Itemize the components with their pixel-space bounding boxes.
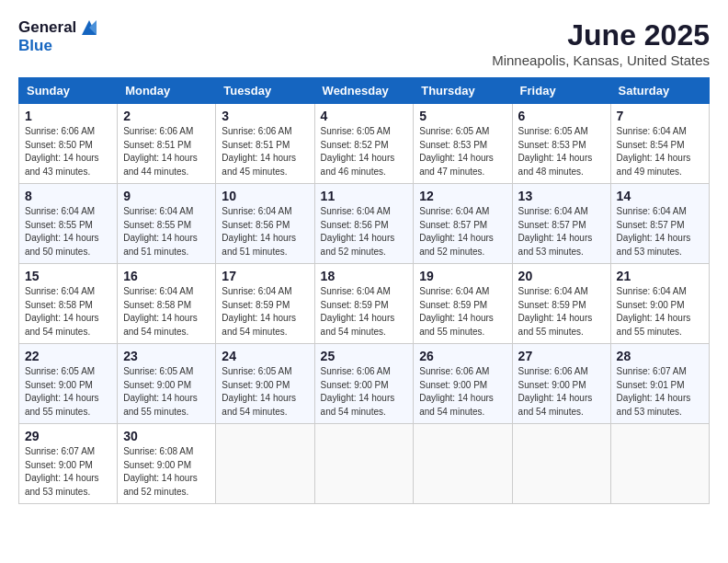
calendar-day-cell: 11 Sunrise: 6:04 AM Sunset: 8:56 PM Dayl… <box>314 184 414 264</box>
day-number: 13 <box>518 189 605 203</box>
day-number: 27 <box>518 349 605 363</box>
day-number: 28 <box>617 349 703 363</box>
day-info: Sunrise: 6:05 AM Sunset: 9:00 PM Dayligh… <box>25 365 111 419</box>
calendar-day-cell: 23 Sunrise: 6:05 AM Sunset: 9:00 PM Dayl… <box>118 344 216 424</box>
calendar-day-cell: 26 Sunrise: 6:06 AM Sunset: 9:00 PM Dayl… <box>414 344 512 424</box>
calendar-week-row: 15 Sunrise: 6:04 AM Sunset: 8:58 PM Dayl… <box>19 264 710 344</box>
calendar-day-cell: 8 Sunrise: 6:04 AM Sunset: 8:55 PM Dayli… <box>19 184 118 264</box>
day-info: Sunrise: 6:04 AM Sunset: 8:58 PM Dayligh… <box>25 285 111 339</box>
calendar-week-row: 8 Sunrise: 6:04 AM Sunset: 8:55 PM Dayli… <box>19 184 710 264</box>
calendar-day-cell: 4 Sunrise: 6:05 AM Sunset: 8:52 PM Dayli… <box>314 104 414 184</box>
calendar-week-row: 22 Sunrise: 6:05 AM Sunset: 9:00 PM Dayl… <box>19 344 710 424</box>
day-info: Sunrise: 6:04 AM Sunset: 8:56 PM Dayligh… <box>222 205 308 259</box>
calendar-day-cell: 28 Sunrise: 6:07 AM Sunset: 9:01 PM Dayl… <box>610 344 709 424</box>
day-number: 14 <box>617 189 703 203</box>
day-number: 18 <box>321 269 408 283</box>
day-info: Sunrise: 6:06 AM Sunset: 9:00 PM Dayligh… <box>321 365 408 419</box>
weekday-header: Thursday <box>414 78 512 104</box>
day-number: 15 <box>25 269 111 283</box>
calendar-day-cell: 5 Sunrise: 6:05 AM Sunset: 8:53 PM Dayli… <box>414 104 512 184</box>
calendar-day-cell: 17 Sunrise: 6:04 AM Sunset: 8:59 PM Dayl… <box>216 264 314 344</box>
day-number: 12 <box>419 189 506 203</box>
calendar-day-cell: 12 Sunrise: 6:04 AM Sunset: 8:57 PM Dayl… <box>414 184 512 264</box>
day-info: Sunrise: 6:04 AM Sunset: 9:00 PM Dayligh… <box>617 285 703 339</box>
day-number: 20 <box>518 269 605 283</box>
day-info: Sunrise: 6:04 AM Sunset: 8:54 PM Dayligh… <box>617 125 703 178</box>
day-info: Sunrise: 6:05 AM Sunset: 8:53 PM Dayligh… <box>518 125 605 178</box>
logo: General Blue <box>18 18 102 55</box>
calendar-day-cell: 24 Sunrise: 6:05 AM Sunset: 9:00 PM Dayl… <box>216 344 314 424</box>
day-number: 25 <box>321 349 408 363</box>
day-number: 24 <box>222 349 308 363</box>
calendar-day-cell: 16 Sunrise: 6:04 AM Sunset: 8:58 PM Dayl… <box>118 264 216 344</box>
weekday-header: Wednesday <box>314 78 414 104</box>
day-info: Sunrise: 6:04 AM Sunset: 8:58 PM Dayligh… <box>123 285 210 339</box>
calendar-day-cell: 19 Sunrise: 6:04 AM Sunset: 8:59 PM Dayl… <box>414 264 512 344</box>
day-number: 2 <box>123 109 210 123</box>
calendar-day-cell: 6 Sunrise: 6:05 AM Sunset: 8:53 PM Dayli… <box>512 104 610 184</box>
day-info: Sunrise: 6:05 AM Sunset: 8:52 PM Dayligh… <box>321 125 408 178</box>
day-number: 5 <box>419 109 506 123</box>
calendar-day-cell <box>610 424 709 504</box>
calendar-day-cell <box>314 424 414 504</box>
calendar-day-cell: 29 Sunrise: 6:07 AM Sunset: 9:00 PM Dayl… <box>19 424 118 504</box>
day-info: Sunrise: 6:04 AM Sunset: 8:57 PM Dayligh… <box>518 205 605 259</box>
day-number: 29 <box>25 429 111 443</box>
day-info: Sunrise: 6:04 AM Sunset: 8:55 PM Dayligh… <box>123 205 210 259</box>
day-number: 8 <box>25 189 111 203</box>
calendar-week-row: 1 Sunrise: 6:06 AM Sunset: 8:50 PM Dayli… <box>19 104 710 184</box>
calendar-day-cell <box>414 424 512 504</box>
day-number: 10 <box>222 189 308 203</box>
calendar-day-cell: 15 Sunrise: 6:04 AM Sunset: 8:58 PM Dayl… <box>19 264 118 344</box>
day-number: 11 <box>321 189 408 203</box>
day-info: Sunrise: 6:06 AM Sunset: 8:51 PM Dayligh… <box>222 125 308 178</box>
location-title: Minneapolis, Kansas, United States <box>492 52 710 68</box>
calendar-day-cell: 27 Sunrise: 6:06 AM Sunset: 9:00 PM Dayl… <box>512 344 610 424</box>
day-info: Sunrise: 6:08 AM Sunset: 9:00 PM Dayligh… <box>123 445 210 499</box>
day-info: Sunrise: 6:04 AM Sunset: 8:59 PM Dayligh… <box>222 285 308 339</box>
day-number: 1 <box>25 109 111 123</box>
day-info: Sunrise: 6:04 AM Sunset: 8:57 PM Dayligh… <box>419 205 506 259</box>
day-info: Sunrise: 6:04 AM Sunset: 8:56 PM Dayligh… <box>321 205 408 259</box>
day-number: 30 <box>123 429 210 443</box>
calendar-day-cell: 21 Sunrise: 6:04 AM Sunset: 9:00 PM Dayl… <box>610 264 709 344</box>
day-info: Sunrise: 6:07 AM Sunset: 9:00 PM Dayligh… <box>25 445 111 499</box>
day-info: Sunrise: 6:05 AM Sunset: 8:53 PM Dayligh… <box>419 125 506 178</box>
day-number: 22 <box>25 349 111 363</box>
month-title: June 2025 <box>492 18 710 52</box>
weekday-header: Saturday <box>610 78 709 104</box>
logo-icon <box>78 18 100 37</box>
day-info: Sunrise: 6:04 AM Sunset: 8:57 PM Dayligh… <box>617 205 703 259</box>
day-info: Sunrise: 6:04 AM Sunset: 8:55 PM Dayligh… <box>25 205 111 259</box>
weekday-header: Tuesday <box>216 78 314 104</box>
calendar-day-cell: 20 Sunrise: 6:04 AM Sunset: 8:59 PM Dayl… <box>512 264 610 344</box>
calendar-day-cell: 18 Sunrise: 6:04 AM Sunset: 8:59 PM Dayl… <box>314 264 414 344</box>
day-info: Sunrise: 6:04 AM Sunset: 8:59 PM Dayligh… <box>321 285 408 339</box>
day-info: Sunrise: 6:06 AM Sunset: 8:50 PM Dayligh… <box>25 125 111 178</box>
day-number: 23 <box>123 349 210 363</box>
day-number: 16 <box>123 269 210 283</box>
day-info: Sunrise: 6:05 AM Sunset: 9:00 PM Dayligh… <box>123 365 210 419</box>
calendar-header-row: SundayMondayTuesdayWednesdayThursdayFrid… <box>19 78 710 104</box>
day-info: Sunrise: 6:06 AM Sunset: 8:51 PM Dayligh… <box>123 125 210 178</box>
calendar-table: SundayMondayTuesdayWednesdayThursdayFrid… <box>18 77 710 504</box>
weekday-header: Friday <box>512 78 610 104</box>
logo-blue-text: Blue <box>18 37 52 54</box>
title-area: June 2025 Minneapolis, Kansas, United St… <box>492 18 710 68</box>
page-header: General Blue June 2025 Minneapolis, Kans… <box>18 18 710 68</box>
calendar-day-cell: 22 Sunrise: 6:05 AM Sunset: 9:00 PM Dayl… <box>19 344 118 424</box>
calendar-day-cell: 25 Sunrise: 6:06 AM Sunset: 9:00 PM Dayl… <box>314 344 414 424</box>
day-number: 21 <box>617 269 703 283</box>
weekday-header: Monday <box>118 78 216 104</box>
day-number: 26 <box>419 349 506 363</box>
calendar-day-cell: 3 Sunrise: 6:06 AM Sunset: 8:51 PM Dayli… <box>216 104 314 184</box>
calendar-day-cell <box>216 424 314 504</box>
day-number: 3 <box>222 109 308 123</box>
calendar-day-cell: 7 Sunrise: 6:04 AM Sunset: 8:54 PM Dayli… <box>610 104 709 184</box>
day-number: 4 <box>321 109 408 123</box>
day-number: 6 <box>518 109 605 123</box>
calendar-day-cell: 14 Sunrise: 6:04 AM Sunset: 8:57 PM Dayl… <box>610 184 709 264</box>
day-number: 7 <box>617 109 703 123</box>
day-number: 17 <box>222 269 308 283</box>
calendar-day-cell: 10 Sunrise: 6:04 AM Sunset: 8:56 PM Dayl… <box>216 184 314 264</box>
